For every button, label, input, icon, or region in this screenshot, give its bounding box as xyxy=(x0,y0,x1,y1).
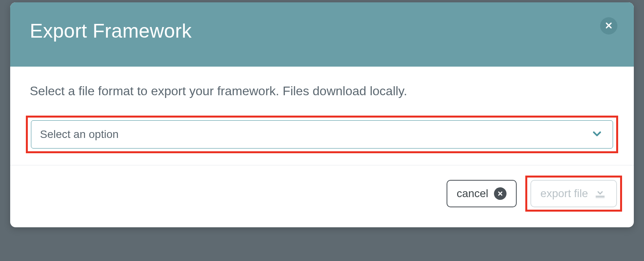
download-icon xyxy=(593,186,607,202)
export-highlight-annotation: export file xyxy=(525,176,622,212)
close-icon xyxy=(605,22,613,31)
modal-header: Export Framework xyxy=(10,2,634,67)
cancel-button-label: cancel xyxy=(457,187,488,200)
export-framework-modal: Export Framework Select a file format to… xyxy=(10,2,634,227)
select-placeholder: Select an option xyxy=(40,128,119,141)
modal-body: Select a file format to export your fram… xyxy=(10,67,634,165)
export-file-button[interactable]: export file xyxy=(530,180,617,207)
chevron-down-icon xyxy=(592,128,602,141)
modal-title: Export Framework xyxy=(30,20,614,42)
cancel-button[interactable]: cancel xyxy=(447,180,517,207)
close-button[interactable] xyxy=(600,17,617,34)
body-instructions: Select a file format to export your fram… xyxy=(30,84,614,98)
select-highlight-annotation: Select an option xyxy=(26,116,618,153)
cancel-icon xyxy=(494,187,507,200)
modal-footer: cancel export file xyxy=(10,165,634,227)
export-button-label: export file xyxy=(541,187,588,200)
file-format-select[interactable]: Select an option xyxy=(31,120,613,149)
